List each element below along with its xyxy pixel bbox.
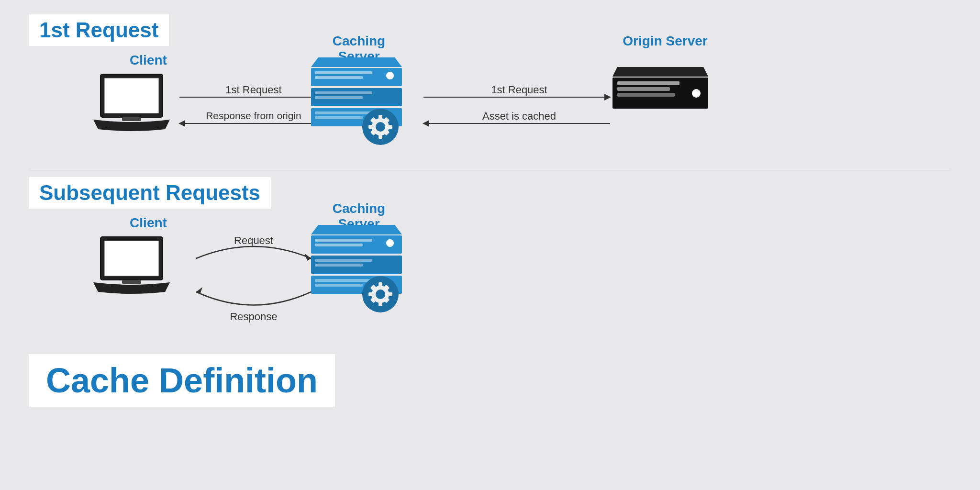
- svg-rect-10: [315, 96, 363, 99]
- client1-label: Client: [130, 53, 167, 67]
- divider: [29, 170, 951, 170]
- svg-rect-5: [315, 71, 372, 74]
- arrow4-text: Asset is cached: [482, 110, 556, 122]
- svg-point-16: [376, 122, 385, 132]
- svg-rect-52: [368, 292, 374, 296]
- svg-rect-27: [617, 81, 679, 85]
- curved-arrows-area: Request Response: [187, 230, 321, 325]
- arrow3-head: [604, 94, 611, 100]
- arrow1-line: [179, 97, 321, 98]
- svg-rect-2: [122, 117, 141, 121]
- client1-label-container: Client: [110, 53, 187, 68]
- svg-point-7: [386, 72, 394, 79]
- svg-rect-19: [368, 125, 374, 129]
- svg-rect-28: [617, 87, 670, 91]
- origin-server-label-container: Origin Server: [617, 33, 713, 49]
- svg-rect-51: [379, 301, 382, 306]
- svg-rect-32: [104, 241, 159, 276]
- arrow2-head: [178, 120, 185, 127]
- cache-definition-label: Cache Definition: [29, 354, 335, 407]
- svg-rect-50: [379, 282, 382, 288]
- laptop-icon: [91, 72, 172, 134]
- svg-rect-18: [379, 133, 382, 139]
- laptop2-icon: [91, 234, 172, 297]
- svg-marker-35: [196, 287, 202, 294]
- svg-rect-1: [104, 78, 159, 113]
- client1-laptop: [91, 72, 172, 136]
- section1-title: 1st Request: [39, 18, 158, 42]
- svg-rect-9: [315, 91, 372, 94]
- caching-server1-icon: [306, 53, 407, 148]
- svg-marker-3: [311, 57, 402, 67]
- arrow1-label: 1st Request: [182, 84, 325, 96]
- arrow2-text: Response from origin: [206, 110, 301, 121]
- svg-rect-45: [315, 279, 372, 282]
- svg-rect-12: [315, 111, 372, 114]
- svg-marker-36: [311, 225, 402, 234]
- svg-point-40: [386, 239, 394, 247]
- section1-label: 1st Request: [29, 14, 169, 46]
- svg-point-30: [692, 89, 701, 98]
- svg-rect-43: [315, 264, 363, 267]
- svg-rect-38: [315, 239, 372, 242]
- arrow4-head: [423, 120, 429, 127]
- section2-label: Subsequent Requests: [29, 177, 271, 209]
- arrow4-line: [423, 123, 610, 124]
- client2-label: Client: [130, 215, 167, 230]
- origin-server-icon: [612, 62, 708, 115]
- origin-server-label: Origin Server: [623, 33, 707, 48]
- client2-label-container: Client: [110, 215, 187, 231]
- svg-rect-13: [315, 116, 363, 119]
- svg-point-49: [376, 290, 385, 299]
- svg-rect-33: [122, 280, 141, 284]
- arrow1-text: 1st Request: [225, 84, 281, 96]
- arrow2-line: [179, 123, 321, 124]
- arrow2-label: Response from origin: [182, 110, 325, 122]
- svg-rect-42: [315, 259, 372, 262]
- svg-marker-25: [612, 67, 708, 77]
- section2-title: Subsequent Requests: [39, 181, 260, 204]
- svg-rect-29: [617, 93, 675, 97]
- svg-rect-6: [315, 76, 363, 79]
- svg-rect-17: [379, 115, 382, 121]
- svg-rect-39: [315, 244, 363, 246]
- origin-server: [612, 62, 708, 117]
- curved-response-label: Response: [230, 311, 277, 323]
- caching-server2-icon: [306, 220, 407, 316]
- svg-rect-20: [387, 125, 392, 129]
- svg-rect-46: [315, 284, 363, 287]
- arrow4-label: Asset is cached: [426, 110, 612, 122]
- cache-definition-title: Cache Definition: [46, 361, 318, 400]
- caching-server1: [306, 53, 407, 150]
- arrow3-text: 1st Request: [491, 84, 547, 96]
- caching-server2: [306, 220, 407, 318]
- arrow3-label: 1st Request: [426, 84, 612, 96]
- arrow3-line: [423, 97, 610, 98]
- curved-request-label: Request: [234, 234, 273, 247]
- svg-rect-53: [387, 292, 392, 296]
- client2-laptop: [91, 234, 172, 299]
